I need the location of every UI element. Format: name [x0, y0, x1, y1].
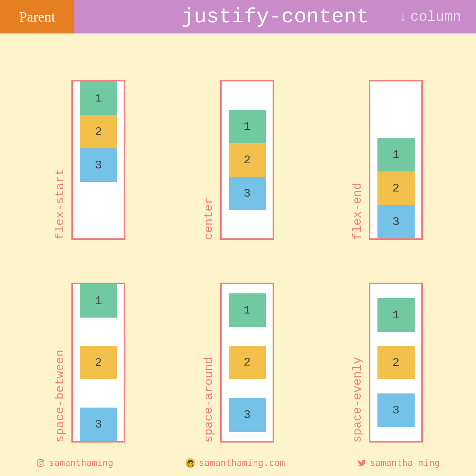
flex-item-3: 3 — [80, 408, 117, 441]
flex-item-1: 1 — [377, 138, 415, 171]
direction-indicator: ↓ column — [399, 9, 461, 25]
flex-item-2: 2 — [377, 171, 415, 205]
demo-label: space-around — [202, 357, 216, 443]
arrow-down-icon: ↓ — [399, 9, 407, 25]
flex-container: 1 2 3 — [369, 283, 423, 443]
flex-item-3: 3 — [377, 393, 415, 427]
demo-label: center — [202, 197, 216, 240]
flex-item-2: 2 — [80, 115, 117, 148]
flex-item-2: 2 — [229, 143, 266, 177]
demo-label: space-between — [53, 350, 67, 443]
svg-point-2 — [42, 461, 43, 461]
direction-label: column — [410, 9, 461, 25]
flex-item-3: 3 — [377, 205, 415, 238]
twitter-handle: samantha_ming — [370, 458, 440, 468]
flex-item-1: 1 — [377, 298, 415, 332]
flex-item-2: 2 — [80, 346, 117, 379]
demo-space-around: space-around 1 2 3 — [202, 258, 274, 443]
header: Parent justify-content ↓ column — [0, 0, 476, 33]
flex-container: 1 2 3 — [220, 283, 274, 443]
demo-space-evenly: space-evenly 1 2 3 — [351, 258, 423, 443]
demo-space-between: space-between 1 2 3 — [53, 258, 125, 443]
flex-item-1: 1 — [80, 284, 117, 318]
twitter-icon — [357, 459, 366, 467]
demo-label: flex-end — [351, 183, 364, 240]
page-title: justify-content — [181, 5, 369, 29]
footer-website: 👩 samanthaming.com — [186, 458, 285, 468]
svg-point-1 — [39, 461, 42, 464]
flex-item-1: 1 — [80, 81, 117, 115]
demo-flex-end: flex-end 1 2 3 — [351, 56, 423, 240]
row-top: flex-start 1 2 3 center 1 2 3 flex-end 1… — [15, 56, 461, 240]
flex-item-1: 1 — [229, 110, 266, 143]
instagram-handle: samanthaming — [49, 458, 113, 468]
flex-container: 1 2 3 — [71, 80, 125, 240]
flex-container: 1 2 3 — [71, 283, 125, 443]
flex-item-1: 1 — [229, 293, 266, 327]
website-label: samanthaming.com — [199, 458, 285, 468]
demo-flex-start: flex-start 1 2 3 — [53, 56, 125, 240]
flex-container: 1 2 3 — [369, 80, 423, 240]
flex-item-2: 2 — [229, 346, 266, 379]
footer-twitter: samantha_ming — [357, 458, 440, 468]
header-parent-badge: Parent — [0, 0, 74, 33]
flex-container: 1 2 3 — [220, 80, 274, 240]
flex-item-2: 2 — [377, 346, 415, 379]
flex-item-3: 3 — [229, 177, 266, 210]
avatar-icon: 👩 — [186, 458, 195, 468]
row-bottom: space-between 1 2 3 space-around 1 2 3 s… — [15, 258, 461, 443]
demo-label: flex-start — [53, 168, 67, 240]
footer-instagram: samanthaming — [36, 458, 113, 468]
flex-item-3: 3 — [229, 398, 266, 432]
flex-item-3: 3 — [80, 148, 117, 182]
demo-center: center 1 2 3 — [202, 56, 274, 240]
footer: samanthaming 👩 samanthaming.com samantha… — [0, 450, 476, 476]
demo-label: space-evenly — [351, 357, 364, 443]
header-title-bar: justify-content ↓ column — [74, 0, 476, 33]
content-grid: flex-start 1 2 3 center 1 2 3 flex-end 1… — [0, 33, 476, 450]
instagram-icon — [36, 459, 45, 467]
